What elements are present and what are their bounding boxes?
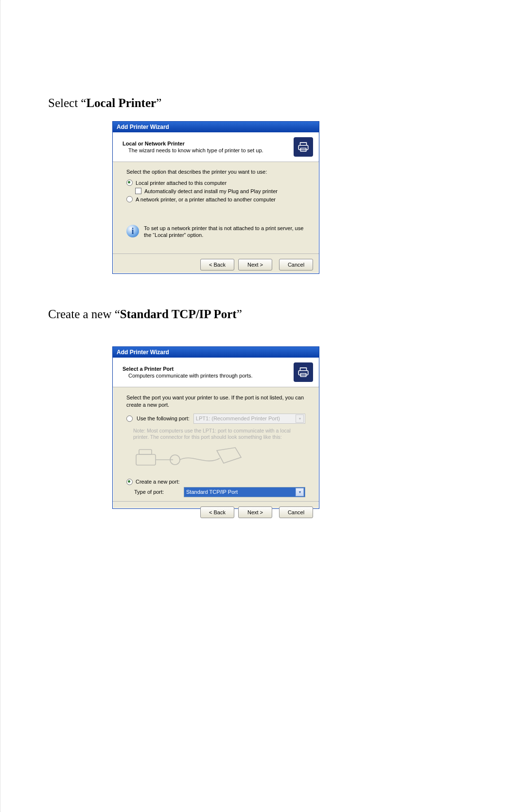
dialog-heading: Select a Printer Port bbox=[122, 366, 253, 372]
svg-rect-5 bbox=[139, 450, 152, 454]
button-label: Cancel bbox=[288, 509, 304, 515]
button-label: < Back bbox=[209, 509, 226, 515]
radio-label: Create a new port: bbox=[136, 479, 180, 485]
button-label: Next > bbox=[247, 262, 263, 268]
dialog-title: Add Printer Wizard bbox=[117, 349, 169, 356]
radio-label: Use the following port: bbox=[137, 415, 190, 421]
port-type-row: Type of port: Standard TCP/IP Port ▾ bbox=[126, 487, 305, 497]
chevron-down-icon: ▾ bbox=[296, 488, 304, 496]
info-box: i To set up a network printer that is no… bbox=[126, 225, 305, 239]
text-bold: Local Printer bbox=[86, 96, 156, 109]
button-label: Cancel bbox=[288, 262, 304, 268]
dialog-select-printer-port: Add Printer Wizard Select a Printer Port… bbox=[112, 346, 319, 509]
radio-create-new-port[interactable]: Create a new port: bbox=[126, 479, 305, 485]
back-button[interactable]: < Back bbox=[200, 506, 234, 518]
dialog-local-or-network: Add Printer Wizard Local or Network Prin… bbox=[112, 121, 319, 274]
cancel-button[interactable]: Cancel bbox=[279, 259, 313, 271]
text: ” bbox=[237, 307, 242, 321]
checkbox-label: Automatically detect and install my Plug… bbox=[144, 188, 278, 194]
checkbox-icon bbox=[135, 188, 141, 194]
radio-use-following-port[interactable]: Use the following port: LPT1: (Recommend… bbox=[126, 414, 305, 424]
text: Create a new “ bbox=[48, 307, 120, 321]
radio-icon bbox=[126, 415, 133, 422]
dialog-prompt: Select the option that describes the pri… bbox=[126, 169, 305, 175]
next-button[interactable]: Next > bbox=[238, 506, 272, 518]
printer-icon bbox=[294, 362, 313, 382]
dialog-body: Select the port you want your printer to… bbox=[113, 387, 319, 501]
checkbox-auto-detect[interactable]: Automatically detect and install my Plug… bbox=[135, 188, 305, 194]
radio-icon bbox=[126, 180, 133, 186]
text: Select “ bbox=[48, 96, 86, 109]
radio-icon bbox=[126, 196, 133, 202]
svg-rect-0 bbox=[298, 145, 308, 150]
dialog-heading: Local or Network Printer bbox=[122, 141, 263, 146]
button-label: Next > bbox=[247, 509, 263, 515]
radio-network-printer[interactable]: A network printer, or a printer attached… bbox=[126, 196, 305, 202]
dialog-titlebar: Add Printer Wizard bbox=[113, 122, 319, 132]
dialog-subheading: Computers communicate with printers thro… bbox=[128, 373, 253, 379]
dialog-titlebar: Add Printer Wizard bbox=[113, 347, 319, 358]
dialog-header: Select a Printer Port Computers communic… bbox=[113, 358, 319, 387]
field-label: Type of port: bbox=[134, 489, 180, 495]
select-value: Standard TCP/IP Port bbox=[186, 489, 238, 495]
text: ” bbox=[156, 96, 161, 109]
dialog-title: Add Printer Wizard bbox=[117, 124, 169, 130]
connector-illustration bbox=[133, 444, 305, 474]
port-select-disabled: LPT1: (Recommended Printer Port) ▾ bbox=[193, 414, 305, 424]
radio-icon bbox=[126, 479, 133, 485]
instruction-1: Select “Local Printer” bbox=[48, 96, 161, 110]
dialog-button-row: < Back Next > Cancel bbox=[113, 502, 319, 524]
instruction-2: Create a new “Standard TCP/IP Port” bbox=[48, 307, 242, 321]
svg-rect-4 bbox=[136, 454, 156, 465]
chevron-down-icon: ▾ bbox=[296, 415, 304, 423]
dialog-prompt: Select the port you want your printer to… bbox=[126, 394, 305, 409]
dialog-subheading: The wizard needs to know which type of p… bbox=[128, 147, 263, 153]
radio-label: Local printer attached to this computer bbox=[136, 180, 227, 186]
svg-rect-2 bbox=[298, 371, 308, 375]
dialog-header-text: Local or Network Printer The wizard need… bbox=[122, 141, 263, 153]
port-note: Note: Most computers use the LPT1: port … bbox=[133, 428, 305, 441]
dialog-body: Select the option that describes the pri… bbox=[113, 162, 319, 253]
printer-icon bbox=[294, 137, 313, 157]
radio-local-printer[interactable]: Local printer attached to this computer bbox=[126, 180, 305, 186]
select-value: LPT1: (Recommended Printer Port) bbox=[196, 415, 280, 421]
dialog-header: Local or Network Printer The wizard need… bbox=[113, 132, 319, 162]
next-button[interactable]: Next > bbox=[238, 259, 272, 271]
info-icon: i bbox=[126, 225, 139, 237]
back-button[interactable]: < Back bbox=[200, 259, 234, 271]
radio-label: A network printer, or a printer attached… bbox=[136, 197, 276, 202]
info-text: To set up a network printer that is not … bbox=[144, 225, 305, 239]
dialog-header-text: Select a Printer Port Computers communic… bbox=[122, 366, 253, 379]
button-label: < Back bbox=[209, 262, 226, 268]
cancel-button[interactable]: Cancel bbox=[279, 506, 313, 518]
dialog-button-row: < Back Next > Cancel bbox=[113, 254, 319, 276]
port-type-select[interactable]: Standard TCP/IP Port ▾ bbox=[184, 487, 305, 497]
text-bold: Standard TCP/IP Port bbox=[120, 307, 237, 321]
document-page: Select “Local Printer” Add Printer Wizar… bbox=[0, 0, 525, 812]
